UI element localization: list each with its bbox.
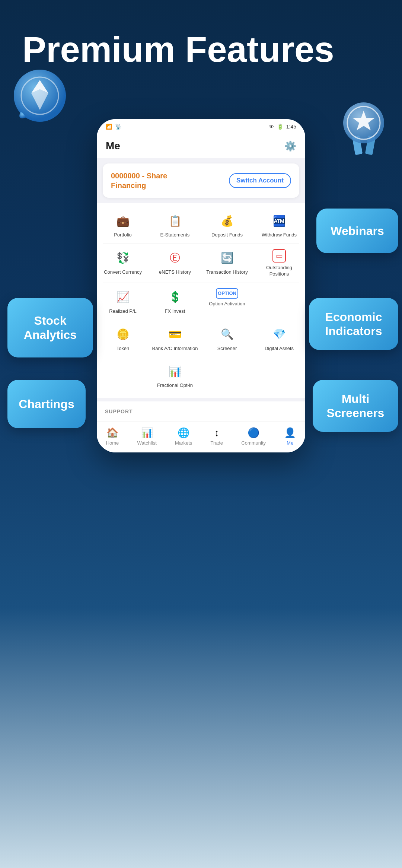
community-label: Community xyxy=(241,440,266,446)
me-icon: 👤 xyxy=(284,427,296,439)
outstanding-icon: ▭ xyxy=(272,249,286,263)
trade-icon: ↕️ xyxy=(214,427,219,439)
estatements-icon: 📋 xyxy=(166,212,184,230)
trade-label: Trade xyxy=(211,440,223,446)
menu-item-transaction[interactable]: 🔄 Transaction History xyxy=(201,244,253,283)
webinars-text: Webinars xyxy=(331,224,384,238)
menu-item-bank[interactable]: 💳 Bank A/C Information xyxy=(149,320,201,357)
menu-grid-1: 💼 Portfolio 📋 E-Statements 💰 Deposit Fun… xyxy=(97,207,305,244)
menu-grid-2: 💱 Convert Currency Ⓔ eNETS History 🔄 Tra… xyxy=(97,244,305,283)
badge-webinars: Webinars xyxy=(316,209,398,253)
menu-grid-4: 🪙 Token 💳 Bank A/C Information 🔍 Screene… xyxy=(97,320,305,357)
account-text: 0000000 - ShareFinancing xyxy=(111,171,167,190)
economic-text: Economic Indicators xyxy=(325,310,382,338)
menu-item-outstanding[interactable]: ▭ Outstanding Positions xyxy=(253,244,305,283)
menu-item-empty4 xyxy=(253,357,305,394)
app-topbar: Me ⚙️ xyxy=(97,134,305,158)
time-display: 1:45 xyxy=(286,124,296,130)
circle-logo xyxy=(13,69,67,123)
menu-section-1: 💼 Portfolio 📋 E-Statements 💰 Deposit Fun… xyxy=(97,203,305,398)
nav-me[interactable]: 👤 Me xyxy=(284,427,296,446)
fractional-label: Fractional Opt-in xyxy=(157,382,193,389)
me-label: Me xyxy=(287,440,293,446)
menu-item-convert[interactable]: 💱 Convert Currency xyxy=(97,244,149,283)
page-title: Premium Features xyxy=(22,30,380,69)
option-label: Option Activation xyxy=(209,301,245,307)
stock-analytics-text: Stock Analytics xyxy=(24,314,77,342)
menu-item-enets[interactable]: Ⓔ eNETS History xyxy=(149,244,201,283)
nav-watchlist[interactable]: 📊 Watchlist xyxy=(137,427,157,446)
signal-icon: 📶 xyxy=(106,124,112,130)
battery-icon: 🔋 xyxy=(277,124,283,130)
menu-item-fractional[interactable]: 📊 Fractional Opt-in xyxy=(149,357,201,394)
portfolio-label: Portfolio xyxy=(114,232,132,238)
bank-icon: 💳 xyxy=(166,325,184,343)
home-icon: 🏠 xyxy=(106,427,118,439)
withdraw-label: Withdraw Funds xyxy=(262,232,297,238)
menu-item-option[interactable]: OPTION Option Activation xyxy=(201,283,253,320)
markets-label: Markets xyxy=(175,440,192,446)
bank-label: Bank A/C Information xyxy=(152,346,198,352)
switch-account-button[interactable]: Switch Account xyxy=(229,173,291,188)
badge-chartings: Chartings xyxy=(7,380,86,428)
realized-icon: 📈 xyxy=(114,288,132,306)
community-icon: 🔵 xyxy=(248,427,259,439)
withdraw-icon: 🏧 xyxy=(270,212,288,230)
menu-item-empty2 xyxy=(97,357,149,394)
menu-item-screener[interactable]: 🔍 Screener xyxy=(201,320,253,357)
deposit-label: Deposit Funds xyxy=(211,232,243,238)
chartings-text: Chartings xyxy=(19,397,74,411)
phone-frame: 📶 📡 👁 🔋 1:45 Me ⚙️ 0000000 - ShareFinanc… xyxy=(97,119,305,452)
estatements-label: E-Statements xyxy=(160,232,190,238)
menu-item-token[interactable]: 🪙 Token xyxy=(97,320,149,357)
digital-label: Digital Assets xyxy=(265,346,294,352)
menu-item-fx[interactable]: 💲 FX Invest xyxy=(149,283,201,320)
nav-trade[interactable]: ↕️ Trade xyxy=(211,427,223,446)
account-card: 0000000 - ShareFinancing Switch Account xyxy=(103,163,299,198)
eye-icon: 👁 xyxy=(269,124,274,130)
convert-label: Convert Currency xyxy=(104,269,142,276)
badge-stock-analytics: Stock Analytics xyxy=(7,298,93,357)
realized-label: Realized P/L xyxy=(109,308,137,315)
menu-item-empty3 xyxy=(201,357,253,394)
menu-item-portfolio[interactable]: 💼 Portfolio xyxy=(97,207,149,244)
token-icon: 🪙 xyxy=(114,325,132,343)
menu-item-deposit[interactable]: 💰 Deposit Funds xyxy=(201,207,253,244)
menu-item-empty1 xyxy=(253,283,305,320)
bottom-nav: 🏠 Home 📊 Watchlist 🌐 Markets ↕️ Trade 🔵 … xyxy=(97,422,305,452)
multi-screeners-text: Multi Screeners xyxy=(327,392,385,420)
transaction-label: Transaction History xyxy=(206,269,248,276)
support-section: SUPPORT xyxy=(97,401,305,422)
home-label: Home xyxy=(106,440,119,446)
screen-title: Me xyxy=(106,140,120,152)
fractional-icon: 📊 xyxy=(166,362,184,380)
watchlist-icon: 📊 xyxy=(141,427,153,439)
settings-icon[interactable]: ⚙️ xyxy=(284,140,296,152)
transaction-icon: 🔄 xyxy=(218,249,236,267)
menu-item-withdraw[interactable]: 🏧 Withdraw Funds xyxy=(253,207,305,244)
award-icon xyxy=(335,95,393,160)
screener-label: Screener xyxy=(217,346,237,352)
token-label: Token xyxy=(117,346,130,352)
menu-item-estatements[interactable]: 📋 E-Statements xyxy=(149,207,201,244)
screener-icon: 🔍 xyxy=(218,325,236,343)
outstanding-label: Outstanding Positions xyxy=(256,265,302,277)
enets-label: eNETS History xyxy=(159,269,191,276)
markets-icon: 🌐 xyxy=(178,427,189,439)
nav-markets[interactable]: 🌐 Markets xyxy=(175,427,192,446)
status-right: 👁 🔋 1:45 xyxy=(269,124,296,130)
fx-label: FX Invest xyxy=(165,308,185,315)
menu-grid-5: 📊 Fractional Opt-in xyxy=(97,357,305,394)
menu-grid-3: 📈 Realized P/L 💲 FX Invest OPTION Option… xyxy=(97,283,305,320)
fx-icon: 💲 xyxy=(166,288,184,306)
menu-item-realized[interactable]: 📈 Realized P/L xyxy=(97,283,149,320)
nav-community[interactable]: 🔵 Community xyxy=(241,427,266,446)
convert-icon: 💱 xyxy=(114,249,132,267)
nav-home[interactable]: 🏠 Home xyxy=(106,427,119,446)
status-bar: 📶 📡 👁 🔋 1:45 xyxy=(97,119,305,134)
menu-item-digital[interactable]: 💎 Digital Assets xyxy=(253,320,305,357)
deposit-icon: 💰 xyxy=(218,212,236,230)
badge-multi-screeners: Multi Screeners xyxy=(313,380,398,432)
watchlist-label: Watchlist xyxy=(137,440,157,446)
wifi-icon: 📡 xyxy=(115,124,121,130)
